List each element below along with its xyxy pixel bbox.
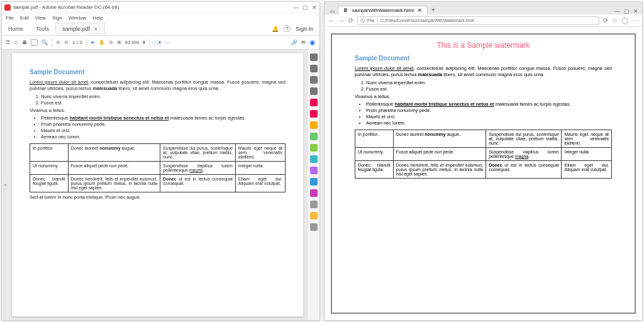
tool-icon-9[interactable]	[310, 155, 318, 163]
tool-icon-10[interactable]	[310, 167, 318, 174]
account-icon[interactable]: ◉	[309, 38, 316, 47]
html-page: This is a Sample watermark Sample Docume…	[331, 33, 636, 314]
page-indicator: 1 / 3	[72, 40, 82, 45]
tab-menu-icon[interactable]: ▭	[327, 8, 338, 14]
left-panel-toggle[interactable]: ◂	[2, 50, 8, 320]
tool-icon-5[interactable]	[310, 110, 318, 118]
tool-icon-12[interactable]	[310, 189, 318, 197]
menu-edit[interactable]: Edit	[20, 15, 29, 21]
address-bar[interactable]: ⓘ File | C:/Files/Conversion/sampleWithW…	[357, 16, 599, 25]
save-icon[interactable]	[31, 39, 38, 46]
acrobat-app-icon	[4, 4, 11, 11]
maximize-icon: ▢	[303, 4, 308, 11]
tab-tools[interactable]: Tools	[30, 23, 55, 35]
window-buttons[interactable]: —▢✕	[293, 4, 317, 11]
acrobat-home-tabs: Home Tools sample.pdf✕ 🔔 ? Sign In	[2, 22, 319, 36]
hand-icon[interactable]: ✋	[99, 40, 105, 45]
browser-window: ▭ 🗎 sampleWithWatermark.html ✕ + —▢✕ ← →…	[324, 1, 643, 321]
close-icon: ✕	[312, 4, 317, 11]
tool-icon-1[interactable]	[310, 65, 318, 72]
pointer-icon[interactable]: ➤	[91, 40, 95, 45]
mail-icon[interactable]: ✉	[301, 40, 306, 45]
more-icon[interactable]: ⋯	[165, 40, 170, 45]
acrobat-titlebar: sample.pdf - Adobe Acrobat Reader DC (64…	[2, 2, 319, 13]
tool-icon-15[interactable]	[310, 223, 318, 231]
reload-button[interactable]: ⟳	[348, 17, 353, 24]
share-icon[interactable]: 🔗	[291, 40, 297, 45]
pdf-page: Sample Document Lorem ipsum dolor sit am…	[12, 53, 303, 316]
star-icon[interactable]: ☆	[14, 40, 18, 45]
chevron-down-icon[interactable]: ▾	[143, 40, 145, 45]
new-tab-button[interactable]: +	[428, 5, 439, 14]
close-icon[interactable]: ✕	[418, 8, 422, 13]
window-buttons[interactable]: —▢✕	[611, 8, 642, 14]
tool-icon-7[interactable]	[310, 133, 318, 140]
browser-viewport: This is a Sample watermark Sample Docume…	[325, 27, 642, 320]
tool-icon-3[interactable]	[310, 87, 318, 95]
close-icon: ✕	[94, 26, 98, 32]
browser-toolbar: ← → ⟳ ⓘ File | C:/Files/Conversion/sampl…	[325, 14, 642, 27]
menu-help[interactable]: Help	[92, 15, 103, 21]
tool-icon-8[interactable]	[310, 144, 318, 152]
acrobat-right-tools	[307, 50, 319, 320]
tool-icon-2[interactable]	[310, 76, 318, 84]
menu-window[interactable]: Window	[69, 15, 86, 21]
search-icon[interactable]: 🔍	[42, 40, 48, 45]
zoom-level: 92.8%	[125, 40, 140, 45]
doc-heading: Sample Document	[355, 55, 612, 62]
page-up-icon[interactable]: ⊙	[56, 40, 60, 45]
browser-tabstrip: ▭ 🗎 sampleWithWatermark.html ✕ + —▢✕	[325, 2, 642, 14]
profile-icon[interactable]: ◯	[621, 17, 628, 24]
tool-icon-6[interactable]	[310, 121, 318, 129]
tool-icon-14[interactable]	[310, 212, 318, 219]
favorites-icon[interactable]: ☆	[612, 17, 618, 24]
menu-file[interactable]: File	[6, 15, 14, 21]
tab-document[interactable]: sample.pdf✕	[55, 23, 105, 35]
back-button[interactable]: ←	[328, 17, 335, 24]
zoom-in-icon[interactable]: ⊕	[117, 40, 121, 45]
signin-link[interactable]: Sign In	[296, 26, 313, 32]
acrobat-window: sample.pdf - Adobe Acrobat Reader DC (64…	[1, 1, 320, 321]
tool-icon-4[interactable]	[310, 99, 318, 106]
read-aloud-icon[interactable]: ⟳	[603, 17, 608, 24]
page-icon: 🗎	[343, 8, 348, 13]
page-down-icon[interactable]: ⊙	[64, 40, 69, 45]
doc-table: In porttitor.Donec laoreet nonummy augue…	[355, 130, 612, 179]
tool-icon-0[interactable]	[310, 53, 318, 61]
bell-icon[interactable]: 🔔	[272, 26, 279, 32]
watermark-text: This is a Sample watermark	[355, 41, 612, 50]
minimize-icon: —	[293, 4, 299, 11]
file-icon: ⓘ	[360, 18, 365, 24]
menu-view[interactable]: View	[35, 15, 46, 21]
acrobat-toolbar: ☰ ☆ 🖶 🔍 ⊙ ⊙ 1 / 3 ➤ ✋ ⊖ ⊕ 92.8% ▾ ⬚▾ ⋯ 🔗…	[2, 36, 319, 50]
print-icon[interactable]: 🖶	[22, 40, 27, 45]
tool-icon-11[interactable]	[310, 178, 318, 186]
browser-tab[interactable]: 🗎 sampleWithWatermark.html ✕	[338, 6, 428, 14]
acrobat-menubar: FileEditViewSignWindowHelp	[2, 13, 319, 22]
help-icon[interactable]: ?	[284, 25, 291, 32]
doc-heading: Sample Document	[30, 69, 286, 75]
forward-button[interactable]: →	[338, 17, 345, 24]
menu-sign[interactable]: Sign	[52, 15, 62, 21]
menu-icon[interactable]: ⋯	[632, 17, 638, 24]
zoom-out-icon[interactable]: ⊖	[109, 40, 113, 45]
tab-home[interactable]: Home	[2, 23, 30, 35]
doc-table: In porttitor.Donec laoreet nonummy augue…	[30, 143, 286, 192]
acrobat-body: ◂ Sample Document Lorem ipsum dolor sit …	[2, 50, 319, 320]
sidebar-toggle-icon[interactable]: ☰	[6, 40, 10, 45]
tool-icon-13[interactable]	[310, 201, 318, 208]
acrobat-title-text: sample.pdf - Adobe Acrobat Reader DC (64…	[13, 4, 119, 10]
fit-icon[interactable]: ⬚▾	[153, 40, 161, 45]
